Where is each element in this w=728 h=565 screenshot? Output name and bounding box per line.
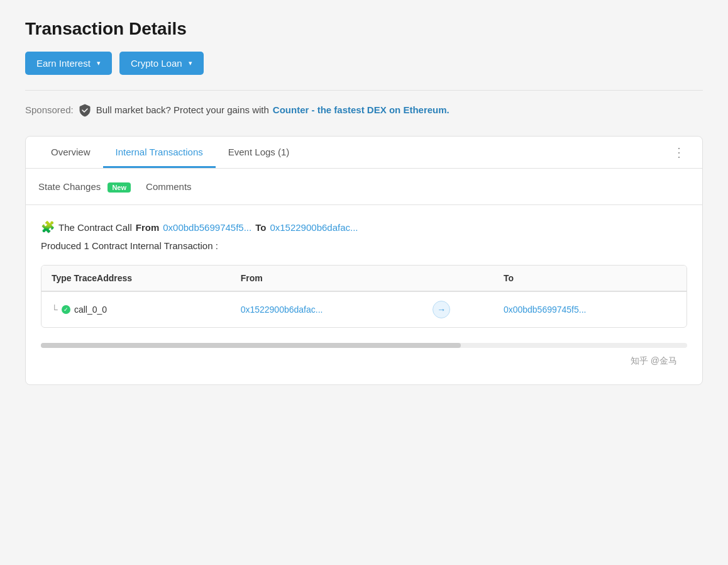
- col-arrow: [422, 266, 494, 291]
- main-card: Overview Internal Transactions Event Log…: [25, 136, 703, 385]
- scroll-thumb: [41, 343, 461, 348]
- from-addr-link[interactable]: 0x1522900b6dafac...: [241, 305, 323, 315]
- to-addr-cell: 0x00bdb5699745f5...: [494, 291, 687, 327]
- divider: [25, 90, 703, 91]
- tab-event-logs[interactable]: Event Logs (1): [216, 137, 302, 168]
- produced-row: Produced 1 Contract Internal Transaction…: [41, 240, 687, 251]
- new-badge: New: [108, 182, 131, 193]
- page-title: Transaction Details: [25, 19, 703, 39]
- puzzle-icon: 🧩: [41, 220, 55, 234]
- l-symbol: └: [52, 305, 58, 315]
- contract-from-addr[interactable]: 0x00bdb5699745f5...: [163, 222, 251, 233]
- contract-call-row: 🧩 The Contract Call From 0x00bdb5699745f…: [41, 220, 687, 234]
- col-type-trace: Type TraceAddress: [41, 266, 231, 291]
- table-wrapper: Type TraceAddress From To └ ✓ call_0_0: [41, 265, 687, 328]
- shield-icon: [77, 103, 92, 118]
- more-options-button[interactable]: ⋮: [669, 138, 690, 166]
- sponsored-bar: Sponsored: Bull market back? Protect you…: [25, 103, 703, 118]
- contract-to-addr[interactable]: 0x1522900b6dafac...: [270, 222, 358, 233]
- sub-tabs: State Changes New Comments: [26, 169, 702, 205]
- col-to: To: [494, 266, 687, 291]
- crypto-loan-chevron-icon: ▾: [189, 59, 192, 67]
- crypto-loan-label: Crypto Loan: [131, 58, 182, 69]
- button-group: Earn Interest ▾ Crypto Loan ▾: [25, 52, 703, 75]
- crypto-loan-button[interactable]: Crypto Loan ▾: [119, 52, 204, 75]
- sponsored-link[interactable]: Counter - the fastest DEX on Ethereum.: [273, 103, 449, 118]
- sponsored-text: Bull market back? Protect your gains wit…: [96, 103, 269, 118]
- earn-interest-chevron-icon: ▾: [97, 59, 101, 67]
- earn-interest-button[interactable]: Earn Interest ▾: [25, 52, 112, 75]
- tabs-header: Overview Internal Transactions Event Log…: [26, 137, 702, 169]
- watermark: 知乎 @金马: [41, 350, 687, 372]
- sponsored-label: Sponsored:: [25, 103, 74, 118]
- contract-to-label: To: [255, 222, 266, 233]
- col-from: From: [231, 266, 423, 291]
- arrow-icon: →: [433, 301, 450, 318]
- arrow-cell: →: [422, 291, 494, 327]
- content-area: 🧩 The Contract Call From 0x00bdb5699745f…: [26, 205, 702, 384]
- scrollbar[interactable]: [41, 338, 687, 350]
- to-addr-link[interactable]: 0x00bdb5699745f5...: [504, 305, 587, 315]
- table-row: └ ✓ call_0_0 0x1522900b6dafac... →: [41, 291, 687, 327]
- tab-state-changes[interactable]: State Changes New: [38, 177, 131, 196]
- tab-comments[interactable]: Comments: [146, 177, 192, 196]
- contract-from-label: From: [136, 222, 160, 233]
- contract-call-prefix: The Contract Call: [58, 222, 132, 233]
- tab-internal-transactions[interactable]: Internal Transactions: [103, 137, 216, 168]
- transactions-table: Type TraceAddress From To └ ✓ call_0_0: [41, 266, 687, 327]
- success-dot-icon: ✓: [62, 305, 70, 314]
- from-addr-cell: 0x1522900b6dafac...: [231, 291, 423, 327]
- scroll-track: [41, 343, 687, 348]
- call-label: call_0_0: [74, 305, 107, 315]
- trace-address-cell: └ ✓ call_0_0: [41, 291, 231, 327]
- earn-interest-label: Earn Interest: [36, 58, 91, 69]
- tab-overview[interactable]: Overview: [38, 137, 103, 168]
